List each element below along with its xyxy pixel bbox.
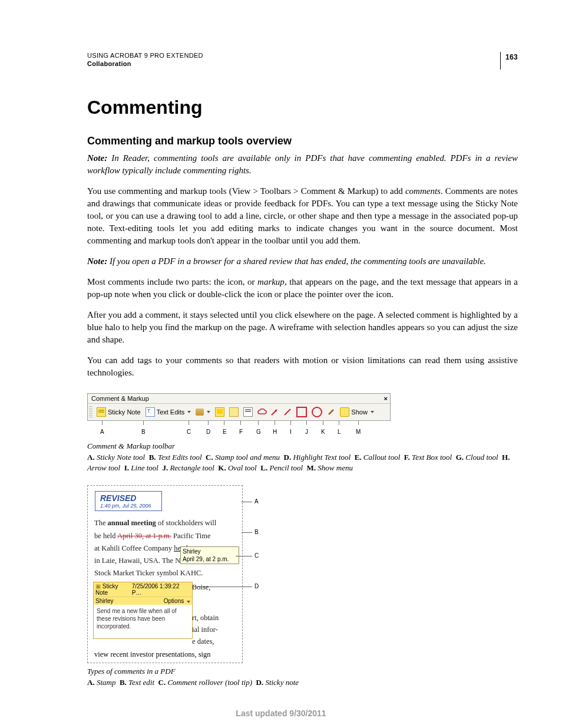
- text-box-icon: [243, 407, 253, 417]
- show-button[interactable]: Show: [338, 405, 376, 419]
- header-section: Collaboration: [87, 60, 203, 67]
- callout-label-d: D: [254, 583, 259, 589]
- callout-icon: [229, 407, 239, 417]
- callout-label-b: B: [254, 529, 259, 535]
- paragraph-1: You use commenting and markup tools (Vie…: [87, 185, 518, 247]
- text-edit-annotation[interactable]: April 30, at 1 p.m.: [117, 532, 171, 540]
- note-1: Note: In Reader, commenting tools are av…: [87, 152, 518, 177]
- oval-icon: [312, 407, 322, 417]
- chevron-down-icon[interactable]: [187, 601, 190, 603]
- stamp-icon: [196, 409, 204, 416]
- toolbar-title: Comment & Markup: [91, 395, 149, 402]
- comment-markup-toolbar: Comment & Markup × Sticky Note Text Edit…: [87, 393, 391, 421]
- toolbar-grip-icon[interactable]: [89, 406, 92, 418]
- svg-line-2: [285, 409, 290, 415]
- arrow-button[interactable]: [268, 405, 281, 419]
- page-footer: Last updated 9/30/2011: [0, 709, 562, 718]
- cloud-button[interactable]: [255, 405, 268, 419]
- rectangle-button[interactable]: [294, 405, 309, 419]
- highlight-button[interactable]: [213, 405, 227, 419]
- close-icon[interactable]: ×: [384, 395, 388, 402]
- highlight-icon: [215, 407, 224, 417]
- chevron-down-icon: [187, 411, 191, 413]
- text-edits-button[interactable]: Text Edits: [143, 405, 194, 419]
- comment-tooltip: Shirley April 29, at 2 p.m.: [180, 546, 239, 564]
- sticky-note-popup[interactable]: ▣ Sticky Note 7/25/2006 1:39:22 P… Shirl…: [93, 582, 193, 639]
- sticky-note-button[interactable]: Sticky Note: [94, 405, 143, 419]
- arrow-icon: [270, 408, 279, 416]
- page-number: 163: [500, 52, 518, 70]
- callout-label-a: A: [254, 498, 259, 505]
- toolbar-figure: Comment & Markup × Sticky Note Text Edit…: [87, 393, 518, 437]
- note-2: Note: If you open a PDF in a browser for…: [87, 255, 518, 268]
- figure-2-caption: Types of comments in a PDF: [87, 667, 518, 676]
- figure-1-legend: A. Sticky Note tool B. Text Edits tool C…: [87, 452, 518, 473]
- oval-button[interactable]: [309, 405, 325, 419]
- figure-2-legend: A. Stamp B. Text edit C. Comment rollove…: [87, 677, 518, 688]
- stamp-button[interactable]: [193, 405, 213, 419]
- paragraph-2: Most comments include two parts: the ico…: [87, 276, 518, 301]
- line-icon: [283, 408, 292, 416]
- chevron-down-icon: [207, 411, 210, 413]
- sticky-note-icon: [97, 407, 106, 417]
- page-header: USING ACROBAT 9 PRO EXTENDED Collaborati…: [87, 52, 518, 70]
- header-product: USING ACROBAT 9 PRO EXTENDED: [87, 52, 203, 59]
- section-title: Commenting and markup tools overview: [87, 135, 518, 147]
- callout-label-c: C: [254, 552, 259, 559]
- note-label: Note:: [87, 153, 107, 163]
- pencil-icon: [327, 408, 335, 416]
- svg-line-4: [329, 410, 333, 414]
- page-title: Commenting: [87, 97, 518, 118]
- figure-1-caption: Comment & Markup toolbar: [87, 442, 518, 451]
- text-edits-icon: [146, 407, 155, 417]
- rectangle-icon: [296, 407, 307, 417]
- comments-example-figure: REVISED 1:40 pm, Jul 25, 2006 The annual…: [87, 485, 346, 662]
- text-box-button[interactable]: [241, 405, 255, 419]
- line-button[interactable]: [281, 405, 294, 419]
- note-body: In Reader, commenting tools are availabl…: [87, 153, 518, 175]
- callout-button[interactable]: [227, 405, 241, 419]
- pencil-button[interactable]: [325, 405, 338, 419]
- cloud-icon: [257, 408, 266, 416]
- show-icon: [340, 407, 349, 417]
- stamp-annotation[interactable]: REVISED 1:40 pm, Jul 25, 2006: [95, 491, 162, 511]
- toolbar-letters: A B C D E F G H I J K L M: [87, 425, 389, 437]
- chevron-down-icon: [371, 411, 374, 413]
- paragraph-3: After you add a comment, it stays select…: [87, 309, 518, 346]
- paragraph-4: You can add tags to your comments so tha…: [87, 354, 518, 379]
